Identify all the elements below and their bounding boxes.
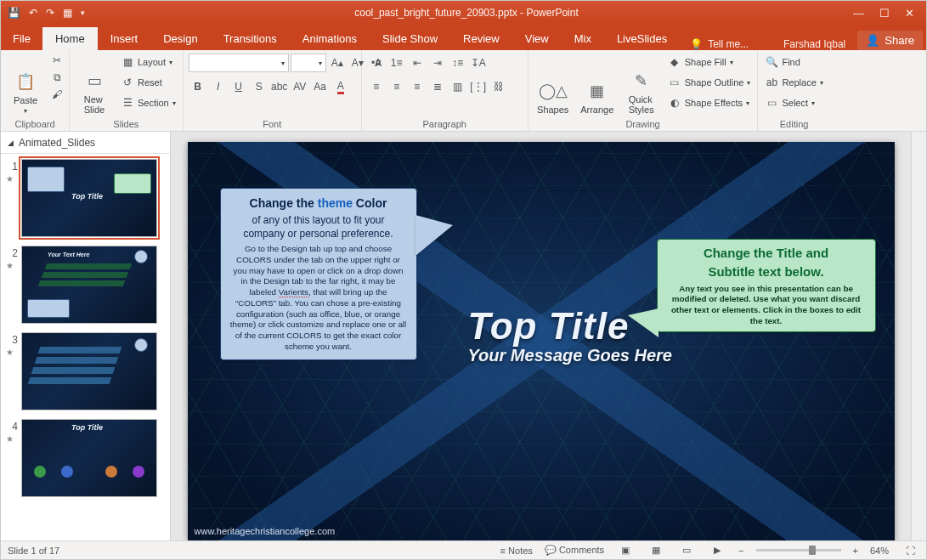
save-icon[interactable]: 💾: [8, 7, 20, 19]
slide-thumbnail-3[interactable]: [21, 332, 157, 410]
tab-liveslides[interactable]: LiveSlides: [604, 27, 680, 50]
grow-font-icon[interactable]: A▴: [328, 54, 347, 72]
maximize-icon[interactable]: ☐: [879, 7, 890, 20]
slide-thumbnail-1[interactable]: Top Title: [21, 159, 157, 237]
start-slideshow-icon[interactable]: ▦: [63, 7, 72, 19]
minimize-icon[interactable]: —: [853, 7, 864, 20]
arrange-button[interactable]: ▦Arrange: [578, 54, 617, 115]
layout-button[interactable]: ▦Layout ▾: [119, 54, 178, 71]
new-slide-button[interactable]: ▭ New Slide: [75, 54, 114, 115]
font-name-combo[interactable]: ▾: [189, 54, 289, 72]
slide-canvas[interactable]: Change the theme Color of any of this la…: [171, 132, 911, 540]
indent-dec-icon[interactable]: ⇤: [408, 54, 427, 72]
tell-me-search[interactable]: 💡 Tell me...: [680, 38, 759, 50]
shape-effects-button[interactable]: ◐Shape Effects ▾: [666, 94, 753, 111]
line-spacing-icon[interactable]: ↕≡: [449, 54, 467, 72]
paste-button[interactable]: 📋 Paste ▾: [6, 54, 45, 115]
spacing-icon[interactable]: AV: [291, 77, 309, 96]
section-button[interactable]: ☰Section ▾: [119, 94, 178, 111]
bullets-icon[interactable]: •≡: [367, 54, 386, 72]
underline-icon[interactable]: U: [229, 77, 248, 96]
align-center-icon[interactable]: ≡: [387, 77, 406, 96]
copy-icon[interactable]: ⧉: [50, 71, 64, 84]
normal-view-icon[interactable]: ▣: [616, 543, 635, 558]
callout-theme-color[interactable]: Change the theme Color of any of this la…: [220, 188, 417, 360]
qat-dropdown-icon[interactable]: ▾: [81, 8, 85, 17]
callout-pointer: [415, 215, 453, 256]
align-right-icon[interactable]: ≡: [408, 77, 427, 96]
sorter-view-icon[interactable]: ▦: [647, 543, 665, 558]
tab-insert[interactable]: Insert: [98, 27, 151, 50]
account-name[interactable]: Farshad Iqbal: [775, 38, 854, 50]
vertical-scrollbar[interactable]: [911, 132, 926, 540]
strike-icon[interactable]: S: [250, 77, 268, 96]
notes-button[interactable]: ≡ Notes: [500, 546, 533, 556]
zoom-thumb[interactable]: [809, 546, 816, 555]
align-text-icon[interactable]: [⋮]: [469, 77, 488, 96]
tab-mix[interactable]: Mix: [562, 27, 604, 50]
tab-animations[interactable]: Animations: [290, 27, 370, 50]
tab-transitions[interactable]: Transitions: [211, 27, 290, 50]
tab-design[interactable]: Design: [150, 27, 210, 50]
smartart-icon[interactable]: ⛓: [489, 77, 508, 96]
slide-thumbnail-2[interactable]: Your Text Here: [21, 246, 157, 324]
align-left-icon[interactable]: ≡: [367, 77, 386, 96]
undo-icon[interactable]: ↶: [29, 7, 37, 19]
font-size-combo[interactable]: ▾: [291, 54, 326, 72]
bold-icon[interactable]: B: [189, 77, 207, 96]
group-slides: ▭ New Slide ▦Layout ▾ ↺Reset ☰Section ▾ …: [70, 50, 184, 131]
select-button[interactable]: ▭Select ▾: [763, 94, 824, 111]
close-icon[interactable]: ✕: [905, 7, 914, 20]
replace-button[interactable]: abReplace ▾: [763, 74, 824, 91]
slideshow-view-icon[interactable]: ▶: [708, 543, 726, 558]
bulb-icon: 💡: [690, 38, 703, 50]
tab-slideshow[interactable]: Slide Show: [370, 27, 450, 50]
redo-icon[interactable]: ↷: [46, 7, 54, 19]
tab-view[interactable]: View: [512, 27, 562, 50]
zoom-in-icon[interactable]: +: [853, 546, 858, 556]
case-icon[interactable]: Aa: [311, 77, 330, 96]
group-label: Editing: [763, 118, 824, 130]
indent-inc-icon[interactable]: ⇥: [428, 54, 447, 72]
shape-outline-button[interactable]: ▭Shape Outline ▾: [666, 74, 753, 91]
effects-icon: ◐: [668, 96, 681, 110]
slide: Change the theme Color of any of this la…: [188, 142, 895, 540]
reading-view-icon[interactable]: ▭: [677, 543, 696, 558]
file-tab[interactable]: File: [1, 27, 42, 50]
quick-styles-button[interactable]: ✎Quick Styles: [622, 54, 661, 115]
quick-styles-label: Quick Styles: [629, 94, 654, 115]
italic-icon[interactable]: I: [209, 77, 228, 96]
slide-number: 4: [6, 419, 18, 433]
tab-home[interactable]: Home: [42, 27, 98, 50]
format-painter-icon[interactable]: 🖌: [50, 88, 64, 101]
fit-window-icon[interactable]: ⛶: [901, 543, 919, 558]
text-direction-icon[interactable]: ↧A: [469, 54, 488, 72]
paste-icon: 📋: [14, 70, 37, 93]
title-block[interactable]: Top Title Your Message Goes Here: [468, 305, 672, 365]
panel-header[interactable]: ◢ Animated_Slides: [1, 132, 170, 154]
section-icon: ☰: [121, 96, 134, 110]
justify-icon[interactable]: ≣: [428, 77, 447, 96]
cut-icon[interactable]: ✂: [50, 54, 64, 67]
group-drawing: ◯△Shapes ▦Arrange ✎Quick Styles ◆Shape F…: [529, 50, 759, 131]
zoom-value[interactable]: 64%: [870, 546, 889, 556]
comments-button[interactable]: 💬 Comments: [545, 545, 604, 556]
share-button[interactable]: 👤 Share: [857, 31, 923, 50]
font-color-icon[interactable]: A: [331, 77, 350, 96]
callout-line: company or personal preference.: [229, 227, 408, 240]
slide-number: 1: [6, 159, 18, 173]
find-button[interactable]: 🔍Find: [763, 54, 824, 71]
columns-icon[interactable]: ▥: [449, 77, 467, 96]
tab-review[interactable]: Review: [450, 27, 512, 50]
numbering-icon[interactable]: 1≡: [387, 54, 406, 72]
slide-counter[interactable]: Slide 1 of 17: [8, 546, 59, 556]
shadow-icon[interactable]: abc: [270, 77, 289, 96]
shape-fill-button[interactable]: ◆Shape Fill ▾: [666, 54, 753, 71]
group-clipboard: 📋 Paste ▾ ✂ ⧉ 🖌 Clipboard: [1, 50, 70, 131]
reset-button[interactable]: ↺Reset: [119, 74, 178, 91]
zoom-out-icon[interactable]: −: [738, 546, 743, 556]
shapes-button[interactable]: ◯△Shapes: [534, 54, 573, 115]
callout-title-subtitle[interactable]: Change the Title and Subtitle text below…: [657, 239, 876, 332]
zoom-slider[interactable]: [756, 549, 841, 552]
slide-thumbnail-4[interactable]: Top Title: [21, 419, 157, 497]
